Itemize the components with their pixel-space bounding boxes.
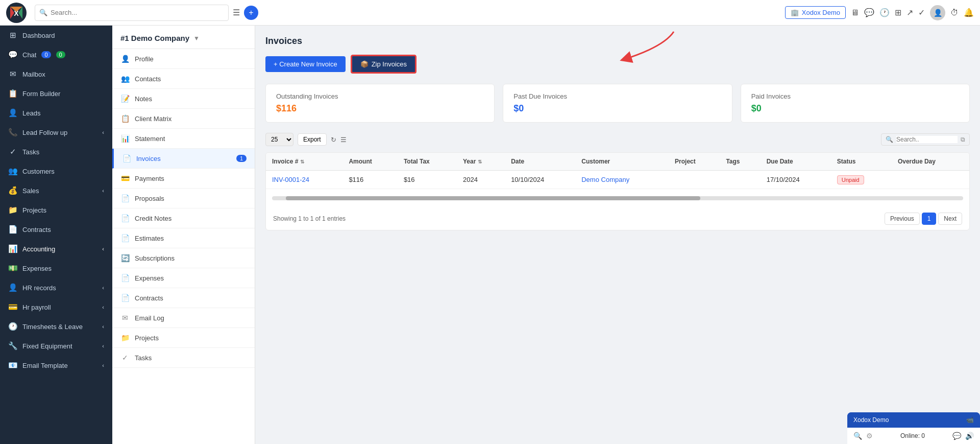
sub-sidebar-item-statement[interactable]: 📊 Statement [112,129,255,149]
chat-widget: Xodox Demo 📹 🔍 ⚙ Online: 0 💬 🔊 [847,412,980,444]
table-search[interactable]: 🔍 ⧉ [881,133,970,146]
sidebar-item-expenses[interactable]: 💵 Expenses [0,259,112,278]
sidebar-label-hr-payroll: Hr payroll [22,303,51,311]
sub-icon-email-log: ✉ [120,314,130,322]
cell-invoice_num[interactable]: INV-0001-24 [266,171,342,189]
chat-search-icon[interactable]: 🔍 [853,432,862,440]
chat-video-icon[interactable]: 📹 [966,416,974,424]
sidebar-item-chat[interactable]: 💬 Chat0 0 [0,45,112,64]
sidebar-item-form-builder[interactable]: 📋 Form Builder [0,84,112,103]
sidebar-item-hr-payroll[interactable]: 💳 Hr payroll‹ [0,297,112,317]
chat-settings-icon[interactable]: ⚙ [866,432,873,440]
sub-sidebar-item-projects[interactable]: 📁 Projects [112,328,255,348]
sub-sidebar-item-invoices[interactable]: 📄 Invoices1 [112,149,255,169]
main-layout: ⊞ Dashboard💬 Chat0 0✉ Mailbox📋 Form Buil… [0,26,980,444]
chevron-accounting: ‹ [102,246,104,252]
stat-value-paid: $0 [751,103,959,114]
cell-total_tax: $16 [398,171,457,189]
sidebar-icon-timesheets: 🕐 [8,322,17,331]
zip-invoices-button[interactable]: 📦 Zip Invoices [351,55,416,74]
sidebar-item-projects[interactable]: 📁 Projects [0,200,112,220]
sidebar-item-fixed-equipment[interactable]: 🔧 Fixed Equipment‹ [0,336,112,356]
sidebar-label-leads: Leads [22,109,40,117]
monitor-icon[interactable]: 🖥 [851,8,859,17]
sidebar-label-tasks: Tasks [22,148,39,156]
cell-customer[interactable]: Demo Company [575,171,669,189]
th-tags: Tags [720,153,760,171]
badge1-chat: 0 [41,51,51,58]
sidebar-item-hr-records[interactable]: 👤 HR records‹ [0,278,112,297]
prev-button[interactable]: Previous [885,213,920,225]
sidebar-item-email-template[interactable]: 📧 Email Template‹ [0,356,112,375]
sub-sidebar-item-expenses[interactable]: 📄 Expenses [112,268,255,288]
sidebar-item-timesheets[interactable]: 🕐 Timesheets & Leave‹ [0,317,112,336]
sub-sidebar-item-tasks[interactable]: ✓ Tasks [112,348,255,368]
sub-sidebar-item-estimates[interactable]: 📄 Estimates [112,228,255,248]
sidebar-label-email-template: Email Template [22,362,68,369]
sidebar-label-form-builder: Form Builder [22,90,60,98]
sub-label-invoices: Invoices [136,155,161,162]
th-year[interactable]: Year ⇅ [457,153,505,171]
sidebar-icon-contracts: 📄 [8,225,17,234]
bell-icon[interactable]: 🔔 [964,8,974,17]
avatar[interactable]: 👤 [930,5,945,20]
sub-sidebar-item-contacts[interactable]: 👥 Contacts [112,69,255,89]
badge2-chat: 0 [56,51,65,58]
sub-sidebar-item-payments[interactable]: 💳 Payments [112,169,255,189]
sidebar-label-chat: Chat [22,51,36,59]
sub-label-tasks: Tasks [135,354,152,362]
search-input[interactable] [51,9,224,16]
sub-sidebar-item-contracts[interactable]: 📄 Contracts [112,288,255,308]
per-page-select[interactable]: 25 50 100 [265,133,293,146]
sidebar-icon-accounting: 📊 [8,244,17,253]
next-button[interactable]: Next [938,213,962,225]
add-button[interactable]: + [244,6,258,20]
chat-icon[interactable]: 💬 [864,8,874,17]
create-invoice-button[interactable]: + Create New Invoice [265,56,346,72]
sidebar-item-mailbox[interactable]: ✉ Mailbox [0,64,112,84]
sub-sidebar-item-email-log[interactable]: ✉ Email Log [112,308,255,328]
refresh-icon[interactable]: ↻ [331,136,336,144]
table-search-input[interactable] [896,136,958,143]
list-view-icon[interactable]: ☰ [340,136,347,144]
sub-sidebar-item-client-matrix[interactable]: 📋 Client Matrix [112,109,255,129]
company-button[interactable]: 🏢 Xodox Demo [785,6,846,19]
arrow-annotation [582,27,694,67]
search-bar[interactable]: 🔍 [35,5,229,21]
sidebar-label-fixed-equipment: Fixed Equipment [22,342,72,350]
sub-sidebar-header: #1 Demo Company ▼ [112,26,255,49]
sidebar-item-lead-follow-up[interactable]: 📞 Lead Follow up‹ [0,123,112,142]
dropdown-icon[interactable]: ▼ [193,35,200,42]
sidebar-item-sales[interactable]: 💰 Sales‹ [0,181,112,200]
sub-icon-contacts: 👥 [120,75,130,83]
sub-label-proposals: Proposals [135,195,164,202]
cell-tags [720,171,760,189]
sidebar-item-dashboard[interactable]: ⊞ Dashboard [0,26,112,45]
grid-icon[interactable]: ⊞ [895,8,901,17]
sidebar-item-leads[interactable]: 👤 Leads [0,103,112,123]
copy-icon[interactable]: ⧉ [961,136,965,143]
export-button[interactable]: Export [298,133,327,146]
sidebar-item-customers[interactable]: 👥 Customers [0,161,112,181]
sub-sidebar-item-notes[interactable]: 📝 Notes [112,89,255,109]
logo[interactable]: X [6,3,27,23]
chat-sound-icon[interactable]: 🔊 [965,432,974,440]
sub-sidebar-item-profile[interactable]: 👤 Profile [112,49,255,69]
th-invoice_num[interactable]: Invoice # ⇅ [266,153,342,171]
sidebar-item-contracts[interactable]: 📄 Contracts [0,220,112,239]
sub-sidebar-item-subscriptions[interactable]: 🔄 Subscriptions [112,248,255,268]
history-icon[interactable]: 🕐 [879,8,890,17]
stat-card-outstanding: Outstanding Invoices $116 [265,84,495,123]
sub-sidebar-item-proposals[interactable]: 📄 Proposals [112,189,255,208]
clock-icon[interactable]: ⏱ [950,8,959,17]
share-icon[interactable]: ↗ [906,8,913,17]
sub-sidebar-item-credit-notes[interactable]: 📄 Credit Notes [112,208,255,228]
sidebar-item-tasks[interactable]: ✓ Tasks [0,142,112,161]
sub-icon-invoices: 📄 [122,154,131,162]
sidebar-item-accounting[interactable]: 📊 Accounting‹ [0,239,112,259]
page-1-button[interactable]: 1 [922,213,937,225]
scrollbar[interactable] [272,196,963,200]
menu-icon[interactable]: ☰ [233,8,240,17]
check-icon[interactable]: ✓ [918,8,925,17]
chat-msg-icon[interactable]: 💬 [952,432,961,440]
